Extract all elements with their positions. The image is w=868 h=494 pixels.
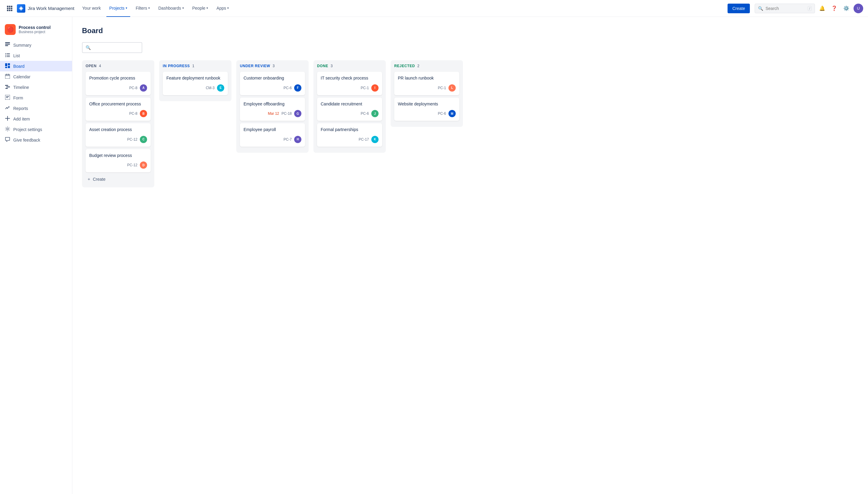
table-row[interactable]: Employee payroll PC-7H	[240, 123, 305, 147]
sidebar-item-reports[interactable]: Reports	[0, 103, 72, 114]
add-item-icon	[5, 116, 10, 122]
svg-rect-25	[8, 74, 9, 75]
search-input[interactable]	[765, 6, 805, 11]
svg-rect-4	[9, 7, 11, 9]
card-title-c6: Customer onboarding	[243, 75, 301, 81]
table-row[interactable]: PR launch runbook PC-1L	[394, 72, 459, 95]
create-button[interactable]: Create	[727, 4, 750, 13]
board-search-input[interactable]	[92, 45, 138, 50]
sidebar-item-calendar[interactable]: Calendar	[0, 71, 72, 82]
nav-apps[interactable]: Apps ▾	[214, 0, 232, 17]
sidebar-label-project-settings: Project settings	[13, 127, 42, 132]
card-id-c5: CM-3	[206, 86, 215, 90]
project-header: 🔴 Process control Business project	[0, 22, 72, 40]
sidebar-label-form: Form	[13, 95, 23, 100]
sidebar-item-timeline[interactable]: Timeline	[0, 82, 72, 93]
card-title-c9: IT security check process	[321, 75, 378, 81]
column-header-inprogress: IN PROGRESS 1	[163, 64, 228, 68]
card-title-c10: Candidate recruitment	[321, 101, 378, 107]
svg-rect-17	[7, 56, 10, 57]
nav-filters[interactable]: Filters ▾	[133, 0, 153, 17]
nav-projects[interactable]: Projects ▾	[106, 0, 130, 17]
logo[interactable]: Jira Work Management	[17, 4, 74, 13]
card-id-c3: PC-12	[127, 137, 137, 141]
table-row[interactable]: Website deployments PC-6M	[394, 98, 459, 121]
layout: 🔴 Process control Business project Summa…	[0, 17, 868, 494]
nav-your-work[interactable]: Your work	[79, 0, 104, 17]
table-row[interactable]: Customer onboarding PC-6F	[240, 72, 305, 95]
sidebar-label-give-feedback: Give feedback	[13, 138, 40, 142]
sidebar-item-list[interactable]: List	[0, 50, 72, 61]
project-name: Process control	[19, 25, 67, 30]
card-id-c1: PC-8	[129, 86, 137, 90]
table-row[interactable]: Promotion cycle process PC-8A	[86, 72, 151, 95]
sidebar-item-board[interactable]: Board	[0, 61, 72, 71]
card-avatar-c3: C	[140, 136, 147, 143]
svg-rect-7	[9, 10, 11, 11]
card-date-c7: Mar 12	[268, 111, 279, 116]
people-chevron-icon: ▾	[206, 6, 208, 10]
column-rejected: REJECTED 2 PR launch runbook PC-1L Websi…	[391, 60, 463, 127]
nav-dashboards[interactable]: Dashboards ▾	[155, 0, 187, 17]
svg-rect-27	[6, 87, 10, 87]
sidebar-item-summary[interactable]: Summary	[0, 40, 72, 50]
user-avatar[interactable]: U	[853, 4, 863, 13]
svg-rect-21	[8, 66, 10, 68]
sidebar-item-form[interactable]: Form	[0, 93, 72, 103]
svg-rect-0	[7, 6, 8, 7]
dashboards-chevron-icon: ▾	[182, 6, 184, 10]
page-title: Board	[82, 26, 858, 35]
card-title-c8: Employee payroll	[243, 127, 301, 133]
card-title-c12: PR launch runbook	[398, 75, 456, 81]
card-id-c12: PC-1	[438, 86, 446, 90]
projects-chevron-icon: ▾	[126, 6, 127, 10]
create-card-button[interactable]: ＋ Create	[86, 175, 151, 184]
svg-rect-8	[11, 10, 12, 11]
svg-rect-26	[5, 85, 8, 86]
board: OPEN 4 Promotion cycle process PC-8A Off…	[82, 60, 858, 187]
sidebar-label-summary: Summary	[13, 43, 31, 48]
card-id-c6: PC-6	[283, 86, 292, 90]
board-search-box[interactable]: 🔍	[82, 42, 142, 53]
table-row[interactable]: Office procurement process PC-8B	[86, 98, 151, 121]
sidebar-item-project-settings[interactable]: Project settings	[0, 124, 72, 135]
card-id-c11: PC-17	[359, 137, 369, 141]
settings-button[interactable]: ⚙️	[842, 4, 851, 13]
card-title-c13: Website deployments	[398, 101, 456, 107]
card-title-c5: Feature deployment runbook	[166, 75, 224, 81]
svg-point-16	[5, 56, 6, 57]
topnav: Jira Work Management Your work Projects …	[0, 0, 868, 17]
sidebar-item-add-item[interactable]: Add item	[0, 114, 72, 124]
column-count-done: 3	[331, 64, 333, 68]
grid-menu-button[interactable]	[5, 4, 15, 13]
column-count-inprogress: 1	[192, 64, 195, 68]
card-avatar-c1: A	[140, 84, 147, 92]
table-row[interactable]: Candidate recruitment PC-6J	[317, 98, 382, 121]
list-icon	[5, 53, 10, 58]
column-open: OPEN 4 Promotion cycle process PC-8A Off…	[82, 60, 154, 187]
card-title-c1: Promotion cycle process	[89, 75, 147, 81]
notifications-button[interactable]: 🔔	[817, 4, 827, 13]
table-row[interactable]: Employee offboarding Mar 12PC-18G	[240, 98, 305, 121]
table-row[interactable]: Budget review process PC-12D	[86, 149, 151, 173]
board-icon	[5, 63, 10, 69]
nav-people[interactable]: People ▾	[189, 0, 211, 17]
svg-point-34	[7, 128, 8, 130]
column-title-open: OPEN	[86, 64, 96, 68]
card-id-c7: PC-18	[281, 111, 292, 116]
svg-rect-2	[11, 6, 12, 7]
svg-rect-9	[5, 42, 10, 43]
help-button[interactable]: ❓	[829, 4, 839, 13]
table-row[interactable]: Feature deployment runbook CM-3E	[163, 72, 228, 95]
column-header-open: OPEN 4	[86, 64, 151, 68]
card-id-c13: PC-6	[438, 111, 446, 116]
table-row[interactable]: Formal partnerships PC-17K	[317, 123, 382, 147]
sidebar-label-calendar: Calendar	[13, 74, 31, 79]
table-row[interactable]: Asset creation process PC-12C	[86, 123, 151, 147]
search-box[interactable]: 🔍 /	[755, 4, 815, 13]
sidebar-label-add-item: Add item	[13, 117, 30, 121]
sidebar-item-give-feedback[interactable]: Give feedback	[0, 135, 72, 145]
sidebar: 🔴 Process control Business project Summa…	[0, 17, 72, 494]
svg-rect-18	[5, 63, 7, 66]
table-row[interactable]: IT security check process PC-1I	[317, 72, 382, 95]
